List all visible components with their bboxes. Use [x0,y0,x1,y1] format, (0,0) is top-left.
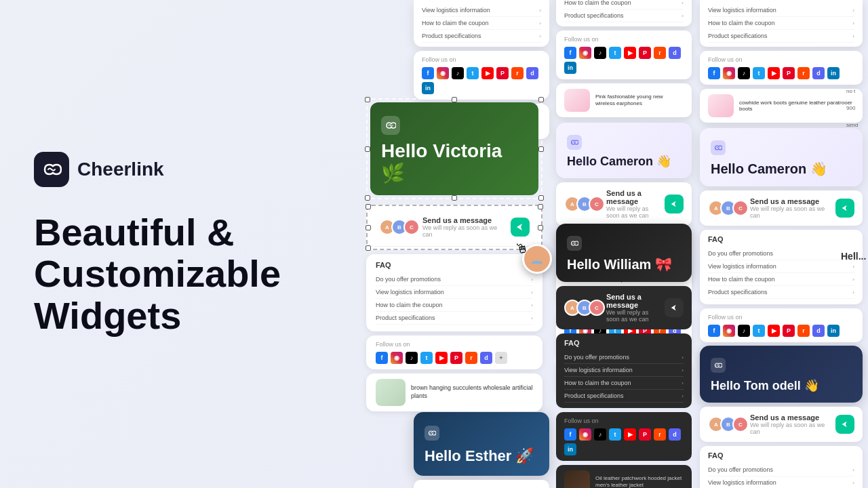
send-button[interactable] [665,298,684,317]
selection-handle-bm[interactable] [452,195,457,201]
pinterest-icon: P [783,67,795,79]
twitter-icon[interactable]: t [420,352,433,364]
widget-logo-victoria [381,116,400,135]
social-icons: f ◉ ♪ t ▶ P r d in [564,47,684,74]
facebook-icon: f [564,428,576,441]
avatar-3: C [403,219,420,235]
message-text: Send us a message We will reply as soon … [750,413,830,435]
follow-label: Follow us on [708,314,854,321]
discord-icon: d [669,428,681,441]
avatar: C [732,200,749,216]
selection-handle-mr[interactable] [538,146,544,152]
reddit-icon[interactable]: r [465,352,477,364]
faq-section-victoria: FAQ Do you offer promotions› View logist… [366,254,542,331]
selection-handle-bl[interactable] [365,195,370,201]
avatar: C [732,416,749,432]
discord-icon: d [812,325,825,337]
social-section-victoria: Follow us on f ◉ ♪ t ▶ P r d + [366,336,542,369]
tiktok-icon: ♪ [738,67,750,79]
message-text: Send us a message We will reply as soon … [750,197,830,219]
esther-greeting: Hello Esther 🚀 [425,447,538,465]
hero-title: Beautiful & Customizable Widgets [34,211,305,337]
message-text: Send us a message We will reply as soon … [422,216,504,238]
faq-item-4[interactable]: Product specifications› [376,312,533,325]
youtube-icon: ▶ [768,325,780,337]
pinterest-icon[interactable]: P [450,352,462,364]
send-button[interactable] [835,415,854,434]
send-button[interactable] [835,199,854,218]
tiktok-icon: ♪ [452,67,464,79]
twitter-icon: t [609,47,621,59]
product-thumb [376,379,406,406]
discord-icon: d [526,67,538,79]
product-victoria: brown hanging succulents wholesale artif… [366,373,542,411]
social-icons: f ◉ ♪ t ▶ P r d in [564,428,684,455]
discord-icon[interactable]: d [480,352,492,364]
faq-item-2[interactable]: View logistics information› [376,286,533,299]
discord-icon: d [812,67,825,79]
cameron-greeting-1: Hello Cameron 👋 [567,154,681,169]
cameron-widget-2: View logistics information› How to claim… [700,0,863,380]
twitter-icon: t [609,428,621,441]
youtube-icon: ▶ [768,67,780,79]
tiktok-icon: ♪ [738,325,750,337]
tiktok-icon: ♪ [594,428,606,441]
instagram-icon[interactable]: ◉ [391,352,403,364]
avatars: A B C [708,416,745,432]
social-icons-victoria: f ◉ ♪ t ▶ P r d + [376,352,533,364]
hello-partial-right: Hell... [841,251,868,262]
facebook-icon: f [564,47,576,59]
faq-item-3[interactable]: How to claim the coupon› [376,299,533,312]
more-icon[interactable]: + [495,352,507,364]
instagram-icon: ◉ [579,428,591,441]
faq-item: Do you offer promotions› [708,464,854,476]
faq-item: View logistics information› [564,364,684,377]
william-greeting: Hello William 🎀 [567,256,681,272]
reddit-icon: r [797,325,810,337]
esther-widget: Hello Esther 🚀 A B C Send us a message W… [414,412,549,488]
avatars: A B C [564,196,601,212]
faq-item: How to claim the coupon› [422,17,541,30]
faq-item-1[interactable]: Do you offer promotions› [376,273,533,286]
follow-label: Follow us on [708,56,854,63]
handle[interactable] [366,245,371,251]
twitter-icon: t [467,67,479,79]
pinterest-icon: P [639,428,651,441]
faq-item: Product specifications› [708,286,854,299]
tiktok-icon: ♪ [594,47,606,59]
send-button[interactable] [511,218,530,237]
linkedin-icon: in [422,82,434,94]
logo: Cheerlink [34,152,305,187]
social-icons: f ◉ ♪ t ▶ P r d in [422,67,541,94]
selection-handle-tl[interactable] [365,97,370,102]
youtube-icon[interactable]: ▶ [435,352,448,364]
tom-greeting: Hello Tom odell 👋 [711,378,852,393]
facebook-icon[interactable]: f [376,352,388,364]
product-name: Pink fashionable young new wireless earp… [595,94,684,108]
faq-title: FAQ [708,235,854,243]
hero-section: Cheerlink Beautiful & Customizable Widge… [0,111,339,378]
handle[interactable] [538,204,543,209]
widget-logo [567,236,582,251]
product-name: brown hanging succulents wholesale artif… [411,384,533,400]
logo-icon [34,152,69,187]
handle[interactable] [366,225,371,230]
widget-logo [425,426,439,441]
send-button[interactable] [665,195,684,214]
message-text: Send us a message We will reply as soon … [606,189,659,219]
tiktok-icon[interactable]: ♪ [406,352,418,364]
selection-handle-tm[interactable] [452,97,457,102]
handle[interactable] [538,225,543,230]
twitter-icon: t [753,67,765,79]
selection-handle-tr[interactable] [538,97,544,102]
linkedin-icon: in [564,62,576,74]
faq-item: View logistics information› [708,4,854,17]
logo-text: Cheerlink [77,159,164,180]
handle[interactable] [366,204,371,209]
selection-handle-ml[interactable] [365,146,370,152]
social-icons: f ◉ ♪ t ▶ P r d in [708,67,854,79]
tom-widget: Hello Tom odell 👋 A B C Send us a messag… [700,346,863,488]
avatar: C [589,196,605,212]
discord-icon: d [669,47,681,59]
selection-handle-br[interactable] [538,195,544,201]
